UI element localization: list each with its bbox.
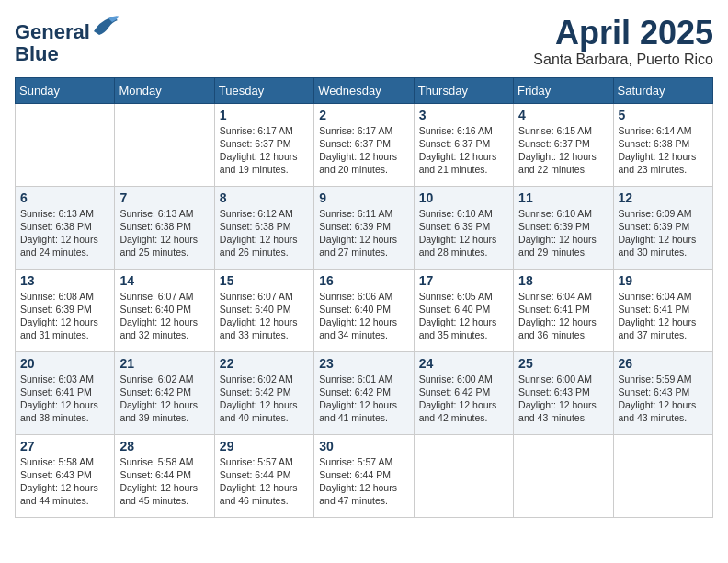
weekday-header-row: SundayMondayTuesdayWednesdayThursdayFrid… <box>16 77 713 103</box>
calendar-day-cell: 4Sunrise: 6:15 AM Sunset: 6:37 PM Daylig… <box>514 103 613 186</box>
calendar-day-cell: 3Sunrise: 6:16 AM Sunset: 6:37 PM Daylig… <box>414 103 513 186</box>
day-number: 1 <box>220 108 309 122</box>
day-info: Sunrise: 6:05 AM Sunset: 6:40 PM Dayligh… <box>419 290 508 342</box>
calendar-day-cell <box>16 103 115 186</box>
weekday-header: Thursday <box>414 77 513 103</box>
location-subtitle: Santa Barbara, Puerto Rico <box>533 52 713 68</box>
calendar-day-cell: 29Sunrise: 5:57 AM Sunset: 6:44 PM Dayli… <box>214 434 313 517</box>
day-number: 13 <box>20 273 109 288</box>
day-number: 26 <box>619 356 708 371</box>
calendar-day-cell: 14Sunrise: 6:07 AM Sunset: 6:40 PM Dayli… <box>115 269 214 351</box>
day-number: 3 <box>419 108 508 122</box>
calendar-week-row: 27Sunrise: 5:58 AM Sunset: 6:43 PM Dayli… <box>16 434 713 517</box>
calendar-day-cell <box>414 434 513 517</box>
day-info: Sunrise: 5:57 AM Sunset: 6:44 PM Dayligh… <box>319 455 408 508</box>
day-number: 10 <box>419 190 508 205</box>
calendar-day-cell: 15Sunrise: 6:07 AM Sunset: 6:40 PM Dayli… <box>214 269 313 351</box>
day-info: Sunrise: 5:59 AM Sunset: 6:43 PM Dayligh… <box>619 373 708 425</box>
day-info: Sunrise: 6:10 AM Sunset: 6:39 PM Dayligh… <box>419 207 508 259</box>
weekday-header: Friday <box>514 77 613 103</box>
logo: General Blue <box>15 15 119 65</box>
day-info: Sunrise: 6:04 AM Sunset: 6:41 PM Dayligh… <box>518 290 608 342</box>
calendar-day-cell: 27Sunrise: 5:58 AM Sunset: 6:43 PM Dayli… <box>16 434 115 517</box>
calendar-day-cell: 16Sunrise: 6:06 AM Sunset: 6:40 PM Dayli… <box>314 269 414 351</box>
calendar-week-row: 1Sunrise: 6:17 AM Sunset: 6:37 PM Daylig… <box>16 103 713 186</box>
day-info: Sunrise: 6:07 AM Sunset: 6:40 PM Dayligh… <box>119 290 209 342</box>
day-number: 21 <box>119 356 209 371</box>
calendar-day-cell: 22Sunrise: 6:02 AM Sunset: 6:42 PM Dayli… <box>214 351 313 434</box>
day-info: Sunrise: 6:13 AM Sunset: 6:38 PM Dayligh… <box>119 207 209 259</box>
day-info: Sunrise: 6:01 AM Sunset: 6:42 PM Dayligh… <box>319 373 408 425</box>
calendar-day-cell: 12Sunrise: 6:09 AM Sunset: 6:39 PM Dayli… <box>613 186 712 269</box>
day-number: 17 <box>419 273 508 288</box>
day-number: 19 <box>619 273 708 288</box>
day-number: 9 <box>319 190 408 205</box>
day-info: Sunrise: 6:14 AM Sunset: 6:38 PM Dayligh… <box>619 124 708 177</box>
day-info: Sunrise: 6:16 AM Sunset: 6:37 PM Dayligh… <box>419 124 508 177</box>
calendar-day-cell: 7Sunrise: 6:13 AM Sunset: 6:38 PM Daylig… <box>115 186 214 269</box>
weekday-header: Saturday <box>613 77 712 103</box>
day-info: Sunrise: 6:00 AM Sunset: 6:42 PM Dayligh… <box>419 373 508 425</box>
day-info: Sunrise: 6:09 AM Sunset: 6:39 PM Dayligh… <box>619 207 708 259</box>
day-info: Sunrise: 5:58 AM Sunset: 6:44 PM Dayligh… <box>119 455 209 508</box>
weekday-header: Wednesday <box>314 77 414 103</box>
day-number: 30 <box>319 439 408 454</box>
day-number: 11 <box>518 190 608 205</box>
day-number: 4 <box>518 108 608 122</box>
day-number: 25 <box>518 356 608 371</box>
calendar-day-cell: 5Sunrise: 6:14 AM Sunset: 6:38 PM Daylig… <box>613 103 712 186</box>
calendar-day-cell: 23Sunrise: 6:01 AM Sunset: 6:42 PM Dayli… <box>314 351 414 434</box>
day-number: 14 <box>119 273 209 288</box>
calendar-day-cell: 8Sunrise: 6:12 AM Sunset: 6:38 PM Daylig… <box>214 186 313 269</box>
calendar-day-cell: 20Sunrise: 6:03 AM Sunset: 6:41 PM Dayli… <box>16 351 115 434</box>
day-number: 18 <box>518 273 608 288</box>
day-info: Sunrise: 6:06 AM Sunset: 6:40 PM Dayligh… <box>319 290 408 342</box>
day-number: 5 <box>619 108 708 122</box>
calendar-day-cell <box>514 434 613 517</box>
calendar-week-row: 6Sunrise: 6:13 AM Sunset: 6:38 PM Daylig… <box>16 186 713 269</box>
logo-text: General Blue <box>15 15 119 65</box>
weekday-header: Tuesday <box>214 77 313 103</box>
day-number: 6 <box>20 190 109 205</box>
weekday-header: Monday <box>115 77 214 103</box>
calendar-week-row: 20Sunrise: 6:03 AM Sunset: 6:41 PM Dayli… <box>16 351 713 434</box>
day-info: Sunrise: 6:08 AM Sunset: 6:39 PM Dayligh… <box>20 290 109 342</box>
day-number: 24 <box>419 356 508 371</box>
day-info: Sunrise: 6:00 AM Sunset: 6:43 PM Dayligh… <box>518 373 608 425</box>
day-number: 12 <box>619 190 708 205</box>
calendar-day-cell: 28Sunrise: 5:58 AM Sunset: 6:44 PM Dayli… <box>115 434 214 517</box>
day-number: 27 <box>20 439 109 454</box>
day-info: Sunrise: 5:57 AM Sunset: 6:44 PM Dayligh… <box>220 455 309 508</box>
day-number: 29 <box>220 439 309 454</box>
day-info: Sunrise: 6:03 AM Sunset: 6:41 PM Dayligh… <box>20 373 109 425</box>
page-header: General Blue April 2025 Santa Barbara, P… <box>15 15 713 68</box>
month-year-title: April 2025 <box>533 15 713 52</box>
calendar-day-cell: 26Sunrise: 5:59 AM Sunset: 6:43 PM Dayli… <box>613 351 712 434</box>
title-block: April 2025 Santa Barbara, Puerto Rico <box>533 15 713 68</box>
calendar-day-cell: 11Sunrise: 6:10 AM Sunset: 6:39 PM Dayli… <box>514 186 613 269</box>
calendar-day-cell: 21Sunrise: 6:02 AM Sunset: 6:42 PM Dayli… <box>115 351 214 434</box>
day-info: Sunrise: 6:02 AM Sunset: 6:42 PM Dayligh… <box>119 373 209 425</box>
calendar-day-cell: 10Sunrise: 6:10 AM Sunset: 6:39 PM Dayli… <box>414 186 513 269</box>
calendar-day-cell: 19Sunrise: 6:04 AM Sunset: 6:41 PM Dayli… <box>613 269 712 351</box>
calendar-day-cell: 18Sunrise: 6:04 AM Sunset: 6:41 PM Dayli… <box>514 269 613 351</box>
calendar-day-cell: 13Sunrise: 6:08 AM Sunset: 6:39 PM Dayli… <box>16 269 115 351</box>
day-info: Sunrise: 6:04 AM Sunset: 6:41 PM Dayligh… <box>619 290 708 342</box>
day-number: 23 <box>319 356 408 371</box>
day-number: 28 <box>119 439 209 454</box>
day-info: Sunrise: 6:17 AM Sunset: 6:37 PM Dayligh… <box>220 124 309 177</box>
day-info: Sunrise: 5:58 AM Sunset: 6:43 PM Dayligh… <box>20 455 109 508</box>
logo-bird-icon <box>92 15 119 39</box>
logo-blue: Blue <box>15 42 59 65</box>
calendar-day-cell: 24Sunrise: 6:00 AM Sunset: 6:42 PM Dayli… <box>414 351 513 434</box>
calendar-week-row: 13Sunrise: 6:08 AM Sunset: 6:39 PM Dayli… <box>16 269 713 351</box>
calendar-table: SundayMondayTuesdayWednesdayThursdayFrid… <box>15 77 713 518</box>
calendar-day-cell: 25Sunrise: 6:00 AM Sunset: 6:43 PM Dayli… <box>514 351 613 434</box>
day-info: Sunrise: 6:07 AM Sunset: 6:40 PM Dayligh… <box>220 290 309 342</box>
day-info: Sunrise: 6:11 AM Sunset: 6:39 PM Dayligh… <box>319 207 408 259</box>
weekday-header: Sunday <box>16 77 115 103</box>
day-info: Sunrise: 6:12 AM Sunset: 6:38 PM Dayligh… <box>220 207 309 259</box>
day-number: 15 <box>220 273 309 288</box>
day-number: 2 <box>319 108 408 122</box>
day-number: 20 <box>20 356 109 371</box>
